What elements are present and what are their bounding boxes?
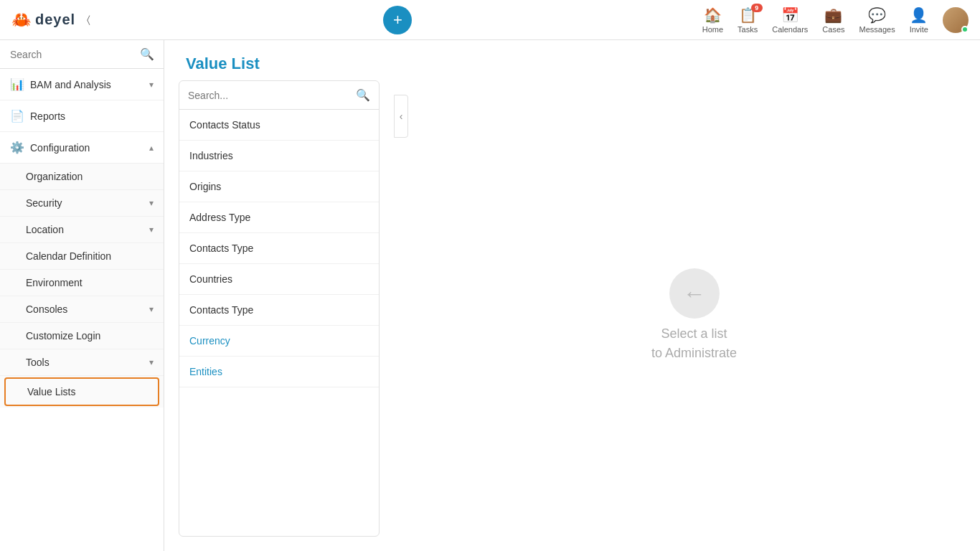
configuration-sub-menu: Organization Security ▾ Location ▾ Calen… [0,164,164,408]
security-label: Security [26,197,62,209]
list-item[interactable]: Address Type [179,202,379,233]
environment-label: Environment [26,277,83,288]
value-list-search-input[interactable] [188,90,352,101]
sidebar-item-location[interactable]: Location ▾ [0,217,164,243]
add-button[interactable]: + [383,6,412,34]
value-list-search-container: 🔍 [179,81,379,110]
home-label: Home [702,25,723,34]
nav-item-messages[interactable]: 💬 Messages [859,6,895,34]
content-header: Value List [164,40,980,80]
bam-icon: 📊 [10,77,24,91]
value-lists-label: Value Lists [27,386,75,397]
page-title: Value List [186,55,958,73]
organization-label: Organization [26,171,83,182]
sidebar-item-environment[interactable]: Environment [0,270,164,296]
value-list-search-icon[interactable]: 🔍 [356,88,370,102]
search-input[interactable] [10,49,136,60]
sidebar-item-tools[interactable]: Tools ▾ [0,349,164,376]
sidebar: 🔍 📊 BAM and Analysis ▾ 📄 Reports ⚙️ Conf… [0,40,164,551]
top-nav: 🦀 deyel 〈 + 🏠 Home 📋9 Tasks 📅 Calendars … [0,0,980,40]
value-list-items: Contacts Status Industries Origins Addre… [179,110,379,536]
nav-item-home[interactable]: 🏠 Home [702,6,723,34]
collapse-panel-button[interactable]: ‹ [394,95,408,138]
bam-label: BAM and Analysis [30,79,111,90]
location-chevron: ▾ [149,225,154,235]
logo[interactable]: 🦀 deyel [11,11,75,29]
consoles-label: Consoles [26,303,67,315]
top-nav-left: 🦀 deyel 〈 [11,11,93,29]
sidebar-item-reports[interactable]: 📄 Reports [0,100,164,132]
nav-item-tasks[interactable]: 📋9 Tasks [738,6,758,34]
sidebar-search-container: 🔍 [0,40,164,69]
calendars-icon: 📅 [781,6,799,24]
nav-item-cases[interactable]: 💼 Cases [822,6,844,34]
right-panel-text-line1: Select a list [651,324,737,344]
logo-icon: 🦀 [11,11,31,29]
tasks-label: Tasks [738,25,758,34]
sidebar-item-customize-login[interactable]: Customize Login [0,323,164,349]
list-item[interactable]: Origins [179,171,379,202]
bam-chevron: ▾ [149,80,154,90]
invite-label: Invite [910,25,928,34]
sidebar-item-organization[interactable]: Organization [0,164,164,190]
top-nav-right: 🏠 Home 📋9 Tasks 📅 Calendars 💼 Cases 💬 Me… [702,6,969,34]
sidebar-item-consoles[interactable]: Consoles ▾ [0,296,164,323]
top-nav-center: + [383,6,412,34]
sidebar-item-value-lists[interactable]: Value Lists [4,377,159,406]
calendar-definition-label: Calendar Definition [26,250,111,262]
tools-label: Tools [26,357,50,368]
cases-icon: 💼 [824,6,842,24]
reports-icon: 📄 [10,109,24,123]
main-layout: 🔍 📊 BAM and Analysis ▾ 📄 Reports ⚙️ Conf… [0,40,980,551]
configuration-label: Configuration [30,142,90,154]
sidebar-item-configuration[interactable]: ⚙️ Configuration ▴ [0,132,164,164]
logo-text: deyel [35,11,75,28]
nav-item-calendars[interactable]: 📅 Calendars [772,6,808,34]
configuration-chevron: ▴ [149,143,154,153]
cases-label: Cases [822,25,844,34]
sidebar-item-bam[interactable]: 📊 BAM and Analysis ▾ [0,69,164,100]
right-panel-text: Select a list to Administrate [651,324,737,363]
content-area: Value List 🔍 Contacts Status Industries … [164,40,980,551]
tools-chevron: ▾ [149,357,154,367]
user-avatar[interactable] [943,7,969,33]
nav-collapse-button[interactable]: 〈 [84,11,93,29]
configuration-icon: ⚙️ [10,141,24,154]
consoles-chevron: ▾ [149,304,154,314]
list-item[interactable]: Currency [179,326,379,357]
messages-label: Messages [859,25,895,34]
content-body: 🔍 Contacts Status Industries Origins Add… [164,80,980,551]
tasks-badge: 9 [751,4,763,12]
sidebar-item-calendar-definition[interactable]: Calendar Definition [0,243,164,270]
select-list-icon: ← [669,268,720,319]
security-chevron: ▾ [149,198,154,208]
list-item[interactable]: Countries [179,264,379,295]
list-item[interactable]: Entities [179,357,379,387]
list-item[interactable]: Contacts Status [179,110,379,141]
customize-login-label: Customize Login [26,330,100,342]
right-panel-text-line2: to Administrate [651,344,737,363]
location-label: Location [26,224,64,235]
list-item[interactable]: Contacts Type [179,295,379,326]
online-indicator [961,26,969,33]
sidebar-item-security[interactable]: Security ▾ [0,190,164,217]
sidebar-search-icon[interactable]: 🔍 [140,47,154,61]
calendars-label: Calendars [772,25,808,34]
list-item[interactable]: Industries [179,141,379,171]
value-list-panel: 🔍 Contacts Status Industries Origins Add… [179,80,380,537]
nav-item-invite[interactable]: 👤 Invite [910,6,928,34]
right-panel: ← Select a list to Administrate [408,80,980,551]
list-item[interactable]: Contacts Type [179,233,379,264]
messages-icon: 💬 [868,6,886,24]
reports-label: Reports [30,110,65,122]
home-icon: 🏠 [704,6,722,24]
tasks-icon: 📋9 [739,6,757,24]
invite-icon: 👤 [910,6,928,24]
